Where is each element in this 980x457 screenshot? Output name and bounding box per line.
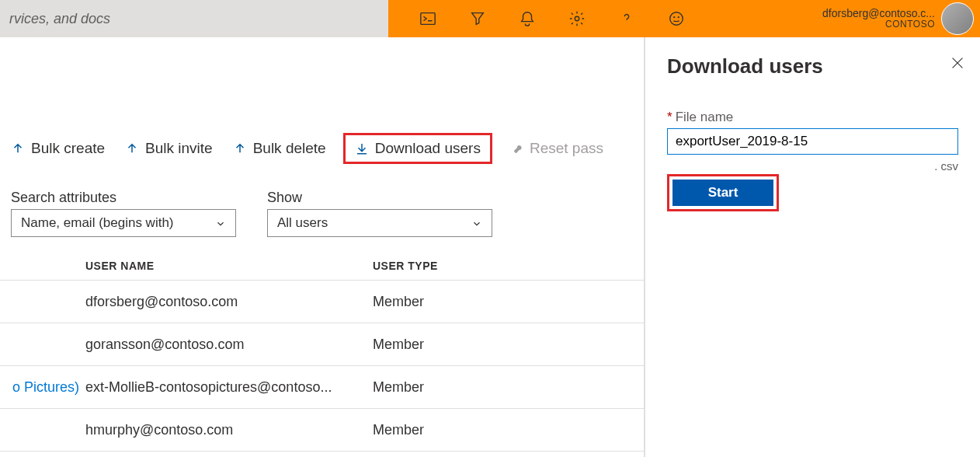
file-name-input[interactable]: [667, 128, 958, 155]
table-row[interactable]: o Pictures) ext-MollieB-contosopictures@…: [0, 366, 644, 409]
feedback-icon[interactable]: [668, 10, 685, 27]
reset-password-label: Reset pass: [530, 140, 603, 157]
cell-user-type: Member: [373, 337, 528, 353]
upload-icon: [233, 141, 247, 155]
help-icon[interactable]: [618, 10, 635, 27]
command-bar: Bulk create Bulk invite Bulk delete Down…: [11, 140, 603, 157]
download-users-label: Download users: [375, 140, 481, 157]
svg-point-4: [678, 17, 679, 18]
table-row[interactable]: goransson@contoso.com Member: [0, 323, 644, 366]
cell-user-name: ext-MollieB-contosopictures@contoso...: [85, 379, 373, 396]
cell-user-name: goransson@contoso.com: [85, 337, 373, 353]
upload-icon: [11, 141, 25, 155]
search-attributes-group: Search attributes Name, email (begins wi…: [11, 190, 236, 237]
row-prefix: o Pictures): [0, 379, 85, 396]
cloud-shell-icon[interactable]: [419, 10, 436, 27]
filter-row: Search attributes Name, email (begins wi…: [11, 190, 492, 237]
show-label: Show: [267, 190, 492, 206]
start-button[interactable]: Start: [672, 180, 773, 206]
chevron-down-icon: [471, 218, 482, 228]
cell-user-name: dforsberg@contoso.com: [85, 294, 373, 310]
bulk-delete-label: Bulk delete: [253, 140, 326, 157]
table-header: USER NAME USER TYPE: [0, 252, 644, 281]
column-user-name[interactable]: USER NAME: [85, 260, 373, 272]
bulk-create-label: Bulk create: [31, 140, 105, 157]
panel-title: Download users: [667, 54, 958, 78]
account-email: dforsberg@contoso.c...: [822, 8, 935, 19]
search-attributes-value: Name, email (begins with): [21, 215, 174, 231]
show-select[interactable]: All users: [267, 209, 492, 237]
reset-password-button: Reset pass: [509, 140, 603, 157]
users-table: USER NAME USER TYPE dforsberg@contoso.co…: [0, 252, 644, 452]
avatar: [941, 2, 974, 35]
svg-point-1: [575, 16, 579, 21]
search-attributes-label: Search attributes: [11, 190, 236, 206]
file-name-label: *File name: [667, 110, 958, 125]
required-marker: *: [667, 110, 672, 124]
svg-point-3: [674, 17, 675, 18]
cell-user-type: Member: [373, 422, 528, 438]
table-row[interactable]: dforsberg@contoso.com Member: [0, 281, 644, 323]
main-area: Bulk create Bulk invite Bulk delete Down…: [0, 37, 980, 457]
column-user-type[interactable]: USER TYPE: [373, 260, 528, 272]
download-users-button[interactable]: Download users: [343, 133, 492, 164]
svg-rect-0: [421, 13, 435, 25]
chevron-down-icon: [215, 218, 226, 228]
start-button-highlight: Start: [667, 174, 779, 211]
global-search: [0, 0, 388, 37]
bulk-delete-button[interactable]: Bulk delete: [233, 140, 326, 157]
table-row[interactable]: hmurphy@contoso.com Member: [0, 409, 644, 452]
close-icon: [949, 54, 966, 72]
bulk-invite-label: Bulk invite: [145, 140, 213, 157]
search-input[interactable]: [0, 0, 388, 37]
cell-user-type: Member: [373, 294, 528, 310]
account-text: dforsberg@contoso.c... CONTOSO: [822, 8, 935, 30]
top-bar: dforsberg@contoso.c... CONTOSO: [0, 0, 980, 37]
account-block[interactable]: dforsberg@contoso.c... CONTOSO: [822, 0, 980, 37]
file-extension-label: . csv: [667, 159, 958, 173]
notifications-icon[interactable]: [519, 10, 536, 27]
show-value: All users: [277, 215, 328, 231]
bulk-invite-button[interactable]: Bulk invite: [125, 140, 213, 157]
key-icon: [509, 141, 523, 155]
show-group: Show All users: [267, 190, 492, 237]
cell-user-type: Member: [373, 379, 528, 396]
close-panel-button[interactable]: [949, 54, 966, 72]
content-pane: Bulk create Bulk invite Bulk delete Down…: [0, 37, 645, 457]
upload-icon: [125, 141, 139, 155]
search-attributes-select[interactable]: Name, email (begins with): [11, 209, 236, 237]
svg-point-2: [670, 12, 683, 26]
cell-user-name: hmurphy@contoso.com: [85, 422, 373, 438]
top-icon-strip: [388, 0, 822, 37]
directory-filter-icon[interactable]: [469, 10, 486, 27]
account-tenant: CONTOSO: [822, 19, 935, 30]
bulk-create-button[interactable]: Bulk create: [11, 140, 105, 157]
download-users-panel: Download users *File name . csv Start: [645, 37, 980, 457]
settings-icon[interactable]: [568, 10, 586, 27]
download-icon: [355, 141, 369, 155]
